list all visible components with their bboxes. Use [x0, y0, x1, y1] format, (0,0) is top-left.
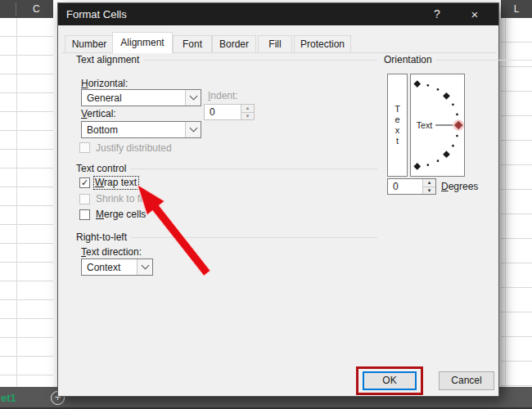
spinner-down-icon: ▾	[241, 113, 254, 120]
section-label: Right-to-left	[76, 231, 127, 243]
dial-marker-neg90	[413, 163, 421, 170]
chevron-down-icon	[189, 92, 197, 101]
horizontal-dropdown[interactable]: General	[81, 89, 201, 106]
column-header-c[interactable]: C	[0, 0, 53, 18]
dial-text-label: Text	[417, 120, 433, 130]
close-button[interactable]: ×	[462, 3, 487, 25]
section-orientation: Orientation	[384, 54, 532, 65]
tab-font[interactable]: Font	[173, 35, 212, 53]
vertical-dropdown[interactable]: Bottom	[81, 121, 201, 138]
dial-marker-neg45	[443, 151, 450, 158]
orientation-dial[interactable]: Text	[410, 74, 465, 177]
tab-number[interactable]: Number	[65, 35, 114, 53]
indent-label: Indent:	[208, 90, 238, 101]
annotation-frame-ok	[356, 366, 423, 395]
section-divider	[130, 169, 377, 169]
chevron-down-icon	[189, 124, 197, 133]
section-label: Text control	[76, 163, 126, 174]
wrap-text-checkbox[interactable]: ✓	[79, 178, 90, 188]
horizontal-value: General	[82, 92, 185, 104]
section-divider	[143, 60, 377, 61]
dial-marker-45	[443, 92, 450, 100]
dropdown-button[interactable]	[185, 90, 201, 106]
merge-cells-checkbox[interactable]	[79, 209, 90, 220]
degrees-value: 0	[388, 179, 422, 194]
dial-marker-90	[413, 80, 421, 88]
grid-column-line	[505, 18, 506, 387]
tab-border[interactable]: Border	[212, 35, 256, 53]
shrink-to-fit-checkbox	[79, 194, 90, 204]
section-label: Orientation	[384, 54, 432, 65]
column-header-divider	[16, 2, 16, 16]
dialog-titlebar[interactable]: Format Cells ? ×	[58, 3, 498, 25]
spinner-arrows: ▴ ▾	[241, 105, 254, 119]
indent-value: 0	[205, 105, 241, 119]
vertical-value: Bottom	[82, 124, 185, 136]
annotation-arrow	[123, 173, 221, 281]
check-icon: ✓	[81, 178, 88, 187]
section-label: Text alignment	[76, 54, 139, 65]
sheet-tab-sheet1[interactable]: et1	[1, 392, 16, 404]
indent-spinner: 0 ▴ ▾	[204, 104, 255, 120]
tab-fill[interactable]: Fill	[258, 35, 292, 53]
spinner-arrows[interactable]: ▴ ▾	[422, 179, 435, 194]
column-header-label: L	[514, 3, 520, 15]
vertical-label: Vertical:	[81, 108, 116, 119]
cancel-button[interactable]: Cancel	[439, 371, 494, 390]
spinner-up-icon[interactable]: ▴	[423, 179, 435, 187]
help-icon: ?	[434, 7, 440, 20]
tab-alignment[interactable]: Alignment	[112, 32, 173, 53]
section-text-control: Text control	[76, 163, 377, 174]
horizontal-label: Horizontal:	[81, 78, 128, 89]
grid-column-line	[16, 18, 17, 387]
spinner-down-icon[interactable]: ▾	[423, 187, 435, 195]
worksheet-grid-right[interactable]	[501, 18, 532, 387]
column-header-l[interactable]: L	[501, 0, 532, 18]
dialog-title: Format Cells	[66, 3, 127, 25]
dropdown-button[interactable]	[185, 122, 201, 137]
degrees-label: Degrees	[441, 181, 478, 192]
close-icon: ×	[471, 7, 479, 21]
orientation-vertical-text[interactable]: T e x t	[387, 74, 408, 177]
tab-protection[interactable]: Protection	[294, 35, 351, 53]
worksheet-grid-left[interactable]	[0, 18, 53, 387]
section-text-alignment: Text alignment	[76, 54, 377, 65]
justify-distributed-label: Justify distributed	[96, 142, 172, 154]
spinner-up-icon: ▴	[241, 105, 254, 113]
degrees-spinner[interactable]: 0 ▴ ▾	[387, 178, 436, 195]
justify-distributed-checkbox	[79, 142, 90, 153]
section-right-to-left: Right-to-left	[76, 231, 377, 243]
screen: C L et1 + Format Cells ? × Number Alignm…	[0, 0, 532, 409]
column-header-label: C	[33, 0, 40, 18]
help-button[interactable]: ?	[426, 3, 448, 25]
section-divider	[436, 60, 532, 61]
